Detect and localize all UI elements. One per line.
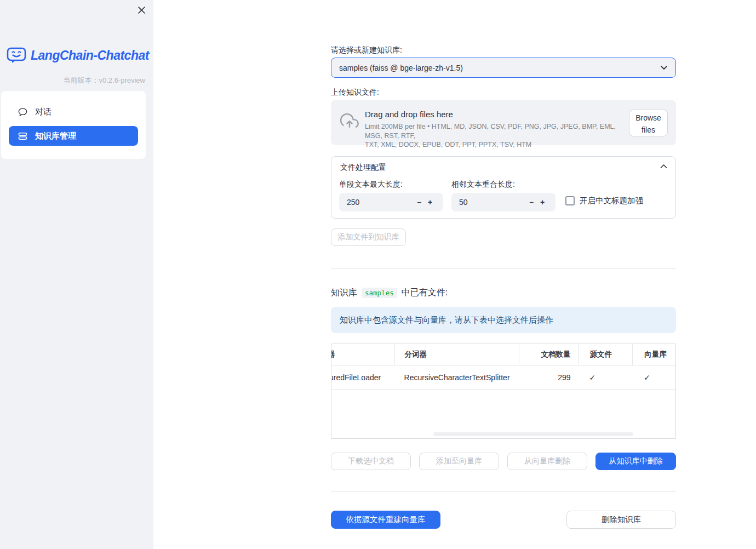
close-icon	[138, 6, 146, 14]
kb-files-heading: 知识库 samples 中已有文件:	[331, 287, 448, 299]
rebuild-vector-store-button[interactable]: 依据源文件重建向量库	[331, 511, 440, 529]
add-files-to-kb-button[interactable]: 添加文件到知识库	[331, 228, 406, 246]
table-horizontal-scrollbar[interactable]	[433, 432, 633, 436]
chevron-up-icon[interactable]	[660, 164, 667, 169]
browse-files-button[interactable]: Browse files	[629, 110, 668, 136]
divider	[331, 268, 676, 269]
chat-smiley-logo-icon	[7, 47, 26, 64]
chunk-size-increment-button[interactable]: +	[425, 198, 436, 207]
sidebar-item-label: 知识库管理	[35, 131, 76, 141]
table-header-doc-count[interactable]: 文档数量	[519, 344, 579, 365]
sidebar-item-dialogue[interactable]: 对话	[9, 102, 138, 122]
chunk-overlap-input[interactable]: 50 − +	[451, 193, 555, 211]
sidebar-item-knowledge-base[interactable]: 知识库管理	[9, 126, 138, 146]
kb-select-value: samples (faiss @ bge-large-zh-v1.5)	[339, 64, 463, 72]
file-config-expander: 文件处理配置 单段文本最大长度: 相邻文本重合长度: 250 − + 50 − …	[331, 156, 676, 219]
divider	[331, 491, 676, 492]
download-selected-button[interactable]: 下载选中文档	[331, 453, 411, 470]
kb-select[interactable]: samples (faiss @ bge-large-zh-v1.5)	[331, 58, 676, 78]
kb-select-label: 请选择或新建知识库:	[331, 45, 402, 55]
chunk-size-value: 250	[347, 198, 414, 207]
version-text: 当前版本：v0.2.6-preview	[63, 76, 145, 85]
dropzone-limit-line2: TXT, XML, DOCX, EPUB, ODT, PPT, PPTX, TS…	[365, 141, 531, 148]
expander-title[interactable]: 文件处理配置	[340, 163, 386, 173]
main-content: 请选择或新建知识库: samples (faiss @ bge-large-zh…	[331, 0, 676, 549]
knowledge-base-icon	[18, 131, 28, 141]
dropzone-limits: Limit 200MB per file • HTML, MD, JSON, C…	[365, 122, 627, 150]
version-label: 当前版本：	[63, 76, 99, 84]
upload-label: 上传知识文件:	[331, 88, 379, 98]
chunk-overlap-increment-button[interactable]: +	[537, 198, 548, 207]
table-header-row: 器 分词器 文档数量 源文件 向量库	[331, 344, 675, 365]
chunk-size-input[interactable]: 250 − +	[339, 193, 443, 211]
kb-name-code: samples	[362, 288, 397, 298]
chunk-size-label: 单段文本最大长度:	[339, 180, 403, 190]
cell-doc-count[interactable]: 299	[519, 365, 579, 389]
kb-files-suffix: 中已有文件:	[402, 287, 448, 299]
sidebar-close-button[interactable]	[135, 3, 148, 16]
dropzone-title: Drag and drop files here	[365, 110, 453, 119]
table-header-source[interactable]: 源文件	[578, 344, 632, 365]
sidebar: LangChain-Chatchat 当前版本：v0.2.6-preview 对…	[0, 0, 153, 549]
checkbox-box-icon	[565, 196, 575, 205]
cell-source-check[interactable]: ✓	[579, 365, 633, 389]
chunk-overlap-value: 50	[459, 198, 526, 207]
table-header-loader[interactable]: 器	[331, 344, 394, 365]
chevron-down-icon	[660, 65, 668, 70]
cell-splitter[interactable]: RecursiveCharacterTextSplitter	[394, 365, 519, 389]
cloud-upload-icon	[340, 113, 359, 132]
cell-vector-check[interactable]: ✓	[632, 365, 675, 389]
info-banner: 知识库中包含源文件与向量库，请从下表中选择文件后操作	[331, 307, 676, 333]
chunk-overlap-decrement-button[interactable]: −	[526, 198, 537, 207]
sidebar-menu: 对话 知识库管理	[1, 91, 146, 159]
sidebar-item-label: 对话	[35, 107, 51, 117]
info-banner-text: 知识库中包含源文件与向量库，请从下表中选择文件后操作	[340, 315, 553, 325]
zh-title-enhance-checkbox[interactable]: 开启中文标题加强	[565, 196, 643, 206]
app-logo: LangChain-Chatchat	[7, 47, 149, 64]
table-row[interactable]: uredFileLoader RecursiveCharacterTextSpl…	[331, 365, 675, 390]
add-to-vector-store-button[interactable]: 添加至向量库	[419, 453, 499, 470]
cell-loader[interactable]: uredFileLoader	[331, 365, 394, 389]
chunk-overlap-label: 相邻文本重合长度:	[451, 180, 515, 190]
delete-from-kb-button[interactable]: 从知识库中删除	[595, 453, 676, 470]
kb-files-prefix: 知识库	[331, 287, 357, 299]
delete-kb-button[interactable]: 删除知识库	[566, 511, 676, 529]
delete-from-vector-store-button[interactable]: 从向量库删除	[507, 453, 587, 470]
file-dropzone[interactable]: Drag and drop files here Limit 200MB per…	[331, 100, 676, 145]
chat-bubble-icon	[18, 107, 28, 117]
kb-files-table[interactable]: 器 分词器 文档数量 源文件 向量库 uredFileLoader Recurs…	[331, 344, 676, 439]
zh-title-enhance-label: 开启中文标题加强	[580, 196, 643, 206]
app-title: LangChain-Chatchat	[31, 48, 149, 63]
table-header-splitter[interactable]: 分词器	[394, 344, 519, 365]
version-value: v0.2.6-preview	[99, 76, 145, 84]
dropzone-limit-line1: Limit 200MB per file • HTML, MD, JSON, C…	[365, 123, 616, 140]
app-window: LangChain-Chatchat 当前版本：v0.2.6-preview 对…	[0, 0, 756, 549]
table-header-vector[interactable]: 向量库	[632, 344, 675, 365]
chunk-size-decrement-button[interactable]: −	[414, 198, 425, 207]
